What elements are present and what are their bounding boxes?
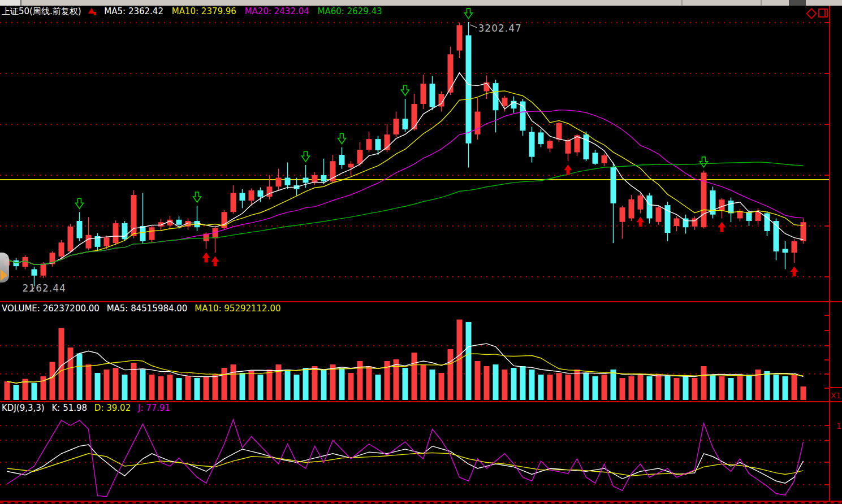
volume-axis-label: X1: [831, 391, 841, 400]
panel-divider-volume-kdj: [0, 401, 842, 402]
chart-canvas[interactable]: [0, 0, 842, 504]
bottom-dashed-line: [0, 502, 842, 503]
kdj-d-value: D: 39.02: [94, 403, 131, 413]
kdj-j-value: J: 77.91: [138, 403, 170, 413]
left-marker-triangle-icon: [1, 270, 7, 281]
chart-header: 上证50(周线.前复权) MA5: 2362.42 MA10: 2379.96 …: [2, 6, 388, 16]
restore-window-icon-pane: [824, 10, 826, 16]
kdj-header: KDJ(9,3,3) K: 51.98 D: 39.02 J: 77.91: [2, 403, 175, 413]
volume-header: VOLUME: 26237200.00 MA5: 84515984.00 MA1…: [2, 303, 286, 314]
chart-svg: [0, 0, 842, 504]
trend-up-arrow-stem: [94, 12, 96, 15]
kdj-axis-label: 1: [836, 422, 841, 431]
trading-app-window: 上证50(周线.前复权) MA5: 2362.42 MA10: 2379.96 …: [0, 0, 842, 504]
volume-ma10-value: MA10: 95292112.00: [195, 303, 280, 314]
restore-window-icon[interactable]: [818, 8, 828, 18]
chart-title: 上证50(周线.前复权): [2, 6, 81, 16]
kdj-k-value: K: 51.98: [51, 403, 87, 413]
right-axis: [829, 6, 830, 502]
volume-ma5-value: MA5: 84515984.00: [107, 303, 188, 314]
ma60-value: MA60: 2629.43: [318, 6, 382, 16]
low-price-annotation: 2162.44: [23, 283, 66, 294]
high-price-annotation: 3202.47: [478, 23, 522, 34]
bottom-border: [0, 501, 842, 502]
ma5-value: MA5: 2362.42: [104, 6, 163, 16]
panel-divider-main-volume: [0, 301, 842, 302]
kdj-label: KDJ(9,3,3): [2, 403, 45, 413]
ma10-value: MA10: 2379.96: [172, 6, 236, 16]
volume-value: VOLUME: 26237200.00: [2, 303, 100, 314]
ma20-value: MA20: 2432.04: [245, 6, 309, 16]
